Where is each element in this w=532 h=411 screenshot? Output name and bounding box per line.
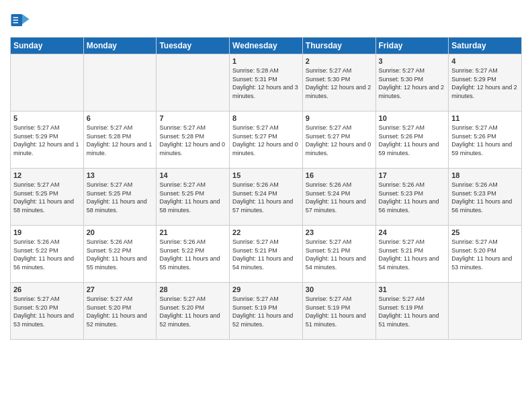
day-info: Sunrise: 5:26 AM Sunset: 5:22 PM Dayligh… [13, 238, 81, 271]
svg-rect-4 [13, 22, 19, 24]
day-number: 27 [87, 285, 154, 293]
day-info: Sunrise: 5:27 AM Sunset: 5:26 PM Dayligh… [451, 124, 519, 157]
day-info: Sunrise: 5:26 AM Sunset: 5:23 PM Dayligh… [451, 181, 519, 214]
day-number: 28 [159, 285, 226, 293]
day-info: Sunrise: 5:27 AM Sunset: 5:26 PM Dayligh… [379, 124, 446, 157]
day-number: 25 [451, 228, 519, 236]
calendar-cell: 14Sunrise: 5:27 AM Sunset: 5:25 PM Dayli… [157, 169, 230, 226]
col-header-friday: Friday [375, 38, 449, 54]
page-container: SundayMondayTuesdayWednesdayThursdayFrid… [0, 0, 532, 347]
day-info: Sunrise: 5:27 AM Sunset: 5:19 PM Dayligh… [306, 295, 373, 328]
day-number: 9 [306, 114, 373, 122]
calendar-cell: 20Sunrise: 5:26 AM Sunset: 5:22 PM Dayli… [83, 226, 157, 283]
week-row-5: 26Sunrise: 5:27 AM Sunset: 5:20 PM Dayli… [11, 283, 522, 340]
calendar-cell: 4Sunrise: 5:27 AM Sunset: 5:29 PM Daylig… [449, 54, 522, 111]
day-info: Sunrise: 5:27 AM Sunset: 5:20 PM Dayligh… [13, 295, 81, 328]
calendar-cell: 11Sunrise: 5:27 AM Sunset: 5:26 PM Dayli… [449, 111, 522, 169]
calendar-cell: 15Sunrise: 5:26 AM Sunset: 5:24 PM Dayli… [230, 169, 303, 226]
day-number: 30 [306, 285, 373, 293]
day-number: 4 [451, 57, 519, 65]
calendar-cell: 17Sunrise: 5:26 AM Sunset: 5:23 PM Dayli… [375, 169, 449, 226]
day-info: Sunrise: 5:26 AM Sunset: 5:22 PM Dayligh… [159, 238, 226, 271]
day-info: Sunrise: 5:27 AM Sunset: 5:27 PM Dayligh… [306, 124, 373, 157]
day-info: Sunrise: 5:26 AM Sunset: 5:24 PM Dayligh… [306, 181, 373, 214]
day-number: 21 [159, 228, 226, 236]
logo [10, 10, 33, 30]
calendar-cell: 10Sunrise: 5:27 AM Sunset: 5:26 PM Dayli… [375, 111, 449, 169]
calendar-cell: 19Sunrise: 5:26 AM Sunset: 5:22 PM Dayli… [11, 226, 84, 283]
calendar-cell [83, 54, 157, 111]
calendar-cell: 31Sunrise: 5:27 AM Sunset: 5:19 PM Dayli… [375, 283, 449, 340]
header [10, 10, 522, 30]
calendar-cell: 23Sunrise: 5:27 AM Sunset: 5:21 PM Dayli… [302, 226, 375, 283]
day-number: 7 [159, 114, 226, 122]
week-row-1: 1Sunrise: 5:28 AM Sunset: 5:31 PM Daylig… [11, 54, 522, 111]
calendar-cell: 26Sunrise: 5:27 AM Sunset: 5:20 PM Dayli… [11, 283, 84, 340]
col-header-thursday: Thursday [302, 38, 375, 54]
day-number: 22 [232, 228, 300, 236]
calendar-cell: 30Sunrise: 5:27 AM Sunset: 5:19 PM Dayli… [302, 283, 375, 340]
calendar-cell: 9Sunrise: 5:27 AM Sunset: 5:27 PM Daylig… [302, 111, 375, 169]
day-info: Sunrise: 5:27 AM Sunset: 5:30 PM Dayligh… [379, 66, 446, 100]
day-info: Sunrise: 5:26 AM Sunset: 5:22 PM Dayligh… [87, 238, 154, 271]
calendar-cell: 29Sunrise: 5:27 AM Sunset: 5:19 PM Dayli… [230, 283, 303, 340]
day-number: 16 [306, 171, 373, 179]
day-number: 26 [13, 285, 81, 293]
col-header-wednesday: Wednesday [230, 38, 303, 54]
day-info: Sunrise: 5:27 AM Sunset: 5:20 PM Dayligh… [87, 295, 154, 328]
day-info: Sunrise: 5:27 AM Sunset: 5:29 PM Dayligh… [13, 124, 81, 157]
logo-icon [10, 10, 30, 30]
calendar-cell: 13Sunrise: 5:27 AM Sunset: 5:25 PM Dayli… [83, 169, 157, 226]
calendar-cell: 22Sunrise: 5:27 AM Sunset: 5:21 PM Dayli… [230, 226, 303, 283]
col-header-monday: Monday [83, 38, 157, 54]
calendar-cell: 28Sunrise: 5:27 AM Sunset: 5:20 PM Dayli… [157, 283, 230, 340]
day-number: 15 [232, 171, 300, 179]
calendar-cell: 1Sunrise: 5:28 AM Sunset: 5:31 PM Daylig… [230, 54, 303, 111]
day-info: Sunrise: 5:27 AM Sunset: 5:25 PM Dayligh… [159, 181, 226, 214]
day-info: Sunrise: 5:27 AM Sunset: 5:25 PM Dayligh… [87, 181, 154, 214]
svg-marker-1 [22, 14, 30, 24]
day-number: 12 [13, 171, 81, 179]
day-number: 6 [87, 114, 154, 122]
col-header-tuesday: Tuesday [157, 38, 230, 54]
day-info: Sunrise: 5:26 AM Sunset: 5:24 PM Dayligh… [232, 181, 300, 214]
day-info: Sunrise: 5:27 AM Sunset: 5:30 PM Dayligh… [306, 66, 373, 100]
day-number: 17 [379, 171, 446, 179]
day-number: 24 [379, 228, 446, 236]
col-header-saturday: Saturday [449, 38, 522, 54]
calendar-cell: 25Sunrise: 5:27 AM Sunset: 5:20 PM Dayli… [449, 226, 522, 283]
week-row-2: 5Sunrise: 5:27 AM Sunset: 5:29 PM Daylig… [11, 111, 522, 169]
calendar-cell: 6Sunrise: 5:27 AM Sunset: 5:28 PM Daylig… [83, 111, 157, 169]
header-row: SundayMondayTuesdayWednesdayThursdayFrid… [11, 38, 522, 54]
day-number: 5 [13, 114, 81, 122]
day-info: Sunrise: 5:27 AM Sunset: 5:21 PM Dayligh… [306, 238, 373, 271]
day-info: Sunrise: 5:27 AM Sunset: 5:20 PM Dayligh… [451, 238, 519, 271]
day-number: 13 [87, 171, 154, 179]
col-header-sunday: Sunday [11, 38, 84, 54]
day-info: Sunrise: 5:27 AM Sunset: 5:19 PM Dayligh… [379, 295, 446, 328]
calendar-cell: 5Sunrise: 5:27 AM Sunset: 5:29 PM Daylig… [11, 111, 84, 169]
day-number: 23 [306, 228, 373, 236]
day-number: 2 [306, 57, 373, 65]
calendar-cell [11, 54, 84, 111]
week-row-4: 19Sunrise: 5:26 AM Sunset: 5:22 PM Dayli… [11, 226, 522, 283]
calendar-table: SundayMondayTuesdayWednesdayThursdayFrid… [10, 37, 522, 340]
calendar-cell [449, 283, 522, 340]
day-info: Sunrise: 5:26 AM Sunset: 5:23 PM Dayligh… [379, 181, 446, 214]
day-info: Sunrise: 5:27 AM Sunset: 5:20 PM Dayligh… [159, 295, 226, 328]
calendar-cell: 24Sunrise: 5:27 AM Sunset: 5:21 PM Dayli… [375, 226, 449, 283]
calendar-cell [157, 54, 230, 111]
calendar-cell: 27Sunrise: 5:27 AM Sunset: 5:20 PM Dayli… [83, 283, 157, 340]
day-info: Sunrise: 5:27 AM Sunset: 5:28 PM Dayligh… [159, 124, 226, 157]
day-info: Sunrise: 5:27 AM Sunset: 5:27 PM Dayligh… [232, 124, 300, 157]
day-number: 31 [379, 285, 446, 293]
svg-rect-3 [13, 19, 19, 21]
week-row-3: 12Sunrise: 5:27 AM Sunset: 5:25 PM Dayli… [11, 169, 522, 226]
calendar-cell: 16Sunrise: 5:26 AM Sunset: 5:24 PM Dayli… [302, 169, 375, 226]
day-number: 8 [232, 114, 300, 122]
day-number: 10 [379, 114, 446, 122]
day-number: 3 [379, 57, 446, 65]
day-info: Sunrise: 5:27 AM Sunset: 5:28 PM Dayligh… [87, 124, 154, 157]
day-number: 18 [451, 171, 519, 179]
calendar-cell: 2Sunrise: 5:27 AM Sunset: 5:30 PM Daylig… [302, 54, 375, 111]
